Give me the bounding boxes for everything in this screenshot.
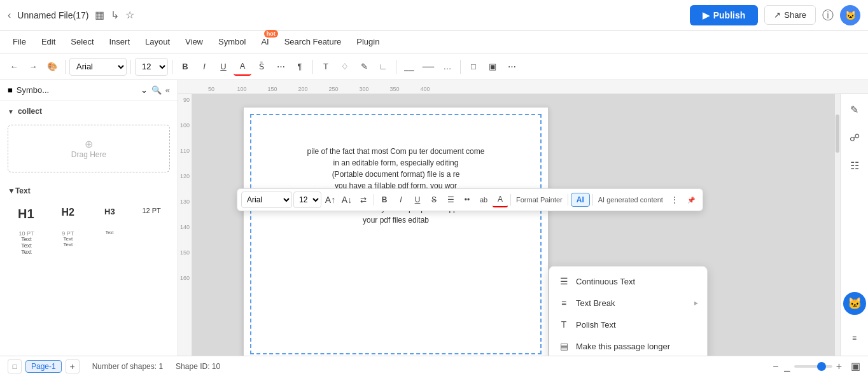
draw-btn[interactable]: ✎	[355, 58, 373, 76]
zoom-in-button[interactable]: +	[835, 359, 843, 373]
ctx-make-longer[interactable]: ▤ Make this passage longer	[549, 335, 707, 356]
h2-style-item[interactable]: H2	[50, 204, 87, 225]
strikethrough-button[interactable]: S̄	[253, 58, 270, 76]
menu-edit[interactable]: Edit	[35, 34, 62, 50]
ruler-mark-150: 150	[257, 86, 288, 92]
undo-button[interactable]: ←	[5, 58, 23, 76]
arrow-style-btn[interactable]: ──	[419, 58, 437, 76]
layout-single-btn[interactable]: □	[465, 58, 482, 76]
ft-bold[interactable]: B	[377, 192, 392, 207]
menu-layout[interactable]: Layout	[139, 34, 176, 50]
h3-label: H3	[104, 207, 115, 216]
ft-size-select[interactable]: 12	[293, 191, 321, 208]
rp-grid-icon[interactable]: ☷	[844, 155, 865, 176]
menu-plugin[interactable]: Plugin	[350, 34, 386, 50]
line-style-btn[interactable]: ⎯⎯	[400, 58, 418, 76]
ft-separator-1	[374, 194, 374, 205]
ft-list-unordered[interactable]: ••	[459, 192, 475, 207]
menu-search-feature[interactable]: Search Feature	[278, 34, 348, 50]
ft-ab[interactable]: ab	[476, 192, 491, 207]
h1-style-item[interactable]: H1	[8, 204, 45, 225]
current-page-tab[interactable]: Page-1	[25, 360, 62, 373]
publish-arrow-icon: ▶	[703, 10, 710, 20]
vertical-scrollbar[interactable]	[835, 94, 840, 356]
publish-button[interactable]: ▶ Publish	[690, 5, 759, 25]
font-family-select[interactable]: Arial Times New Roman Helvetica	[69, 58, 127, 76]
ft-pin-button[interactable]: 📌	[683, 192, 699, 207]
ctx-text-break[interactable]: ≡ Text Break ▸	[549, 292, 707, 314]
text-btn[interactable]: T	[317, 58, 335, 76]
toolbar-separator-5	[396, 60, 396, 74]
menu-symbol[interactable]: Symbol	[212, 34, 252, 50]
zoom-handle[interactable]	[817, 362, 826, 371]
ft-font-color[interactable]: A	[493, 192, 508, 207]
ft-strikethrough[interactable]: S	[426, 192, 442, 207]
text-content-area[interactable]: pile of the fact that most Com pu ter do…	[253, 146, 538, 226]
canvas-container: 90 100 110 120 130 140 150 160 pile of t…	[178, 94, 868, 356]
paint-brush-button[interactable]: 🎨	[43, 58, 61, 76]
pt10-style-item[interactable]: 10 PT TextTextText	[8, 230, 45, 256]
align-button[interactable]: ⋯	[272, 58, 290, 76]
h3-style-item[interactable]: H3	[92, 204, 129, 225]
rp-lines-icon[interactable]: ≡	[844, 328, 865, 348]
zoom-out-button[interactable]: −	[771, 359, 780, 373]
ft-italic[interactable]: I	[393, 192, 409, 207]
back-icon[interactable]: ‹	[8, 10, 11, 21]
paragraph-button[interactable]: ¶	[291, 58, 309, 76]
menu-select[interactable]: Select	[64, 34, 100, 50]
font-color-button[interactable]: A	[234, 58, 251, 76]
collapse-icon[interactable]: «	[165, 85, 170, 95]
fill-btn[interactable]: ♢	[336, 58, 354, 76]
pt12-style-item[interactable]: 12 PT	[133, 204, 170, 225]
ft-list[interactable]: ☰	[443, 192, 458, 207]
underline-button[interactable]: U	[214, 58, 232, 76]
add-page-button[interactable]: +	[66, 359, 80, 373]
menu-ai[interactable]: AI hot	[255, 34, 275, 50]
ft-ai-button[interactable]: AI	[571, 193, 590, 207]
dots-btn[interactable]: …	[438, 58, 456, 76]
rp-edit-icon[interactable]: ✎	[844, 99, 865, 120]
avatar[interactable]: 🐱	[840, 5, 860, 25]
menu-insert[interactable]: Insert	[103, 34, 137, 50]
layout-double-btn[interactable]: ▣	[484, 58, 501, 76]
ft-font-select[interactable]: Arial	[241, 191, 292, 208]
text-section-header[interactable]: ▼ Text	[0, 183, 178, 199]
document-page: pile of the fact that most Com pu ter do…	[243, 107, 549, 356]
panels-icon[interactable]: ▦	[95, 9, 104, 21]
hot-badge: hot	[264, 30, 278, 38]
ft-font-increase[interactable]: A↑	[323, 192, 338, 207]
small-text-3[interactable]: Text	[91, 230, 129, 256]
zoom-slider[interactable]	[794, 365, 832, 368]
more-btn[interactable]: ⋯	[503, 58, 521, 76]
share-button[interactable]: ↗ Share	[764, 5, 816, 25]
ctx-polish-text[interactable]: T Polish Text	[549, 314, 707, 335]
search-icon[interactable]: 🔍	[151, 85, 162, 95]
star-icon[interactable]: ☆	[125, 9, 134, 21]
bold-button[interactable]: B	[176, 58, 194, 76]
ft-more-button[interactable]: ⋮	[667, 192, 682, 207]
ai-assistant-button[interactable]: 🐱	[843, 292, 866, 315]
help-icon[interactable]: ⓘ	[822, 8, 834, 23]
pt9-style-item[interactable]: 9 PT TextText	[49, 230, 87, 256]
connector-btn[interactable]: ∟	[374, 58, 392, 76]
ft-underline[interactable]: U	[410, 192, 425, 207]
collect-section-header[interactable]: ▼ collect	[0, 103, 178, 120]
share-icon: ↗	[774, 10, 781, 20]
drag-here-area[interactable]: ⊕ Drag Here	[8, 125, 170, 172]
redo-button[interactable]: →	[24, 58, 42, 76]
scrollbar-thumb[interactable]	[836, 115, 839, 153]
ft-align-btn[interactable]: ⇄	[356, 192, 371, 207]
italic-button[interactable]: I	[195, 58, 213, 76]
rp-layers-icon[interactable]: ☍	[844, 127, 865, 148]
ctx-continuous-text[interactable]: ☰ Continuous Text	[549, 270, 707, 292]
title-bar: ‹ Unnamed File(17) ▦ ↳ ☆ ▶ Publish ↗ Sha…	[0, 0, 868, 31]
export-icon[interactable]: ↳	[111, 9, 119, 21]
menu-file[interactable]: File	[6, 34, 32, 50]
menu-view[interactable]: View	[179, 34, 209, 50]
page-type-icon[interactable]: □	[8, 359, 22, 373]
fullscreen-button[interactable]: ▣	[851, 360, 860, 372]
canvas[interactable]: pile of the fact that most Com pu ter do…	[192, 94, 840, 356]
format-painter-label[interactable]: Format Painter	[514, 195, 565, 205]
font-size-select[interactable]: 12 10 14 18 24	[135, 58, 168, 76]
ft-font-decrease[interactable]: A↓	[339, 192, 354, 207]
